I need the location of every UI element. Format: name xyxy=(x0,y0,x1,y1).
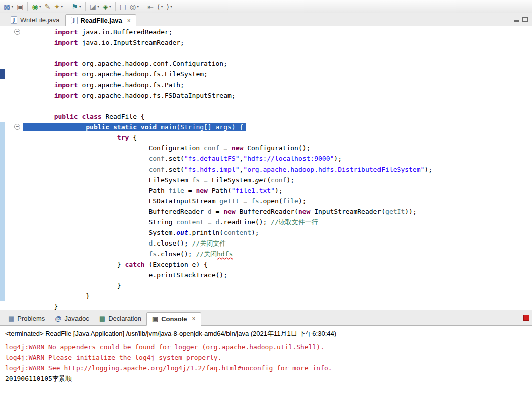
new-java-project-button[interactable]: ◪▾ xyxy=(88,1,101,12)
code-line[interactable]: } xyxy=(0,301,532,310)
code-line-text[interactable]: import org.apache.hadoop.fs.Path; xyxy=(23,79,532,90)
code-line[interactable] xyxy=(0,48,532,58)
dropdown-arrow-icon[interactable]: ▾ xyxy=(109,4,111,9)
code-line-text[interactable]: FSDataInputStream getIt = fs.open(file); xyxy=(23,196,532,206)
code-line[interactable]: Path file = new Path("file1.txt"); xyxy=(0,185,532,196)
view-tab-console[interactable]: ▣Console× xyxy=(146,312,201,326)
code-line[interactable]: conf.set("fs.hdfs.impl","org.apache.hado… xyxy=(0,164,532,175)
dropdown-arrow-icon[interactable]: ▾ xyxy=(11,4,13,9)
dropdown-arrow-icon[interactable]: ▾ xyxy=(97,4,99,9)
code-line-text[interactable]: Path file = new Path("file1.txt"); xyxy=(23,185,532,196)
code-line[interactable]: d.close(); //关闭文件 xyxy=(0,238,532,249)
code-line-text[interactable] xyxy=(23,48,532,58)
code-line[interactable]: import java.io.InputStreamReader; xyxy=(0,37,532,48)
collapse-icon[interactable]: − xyxy=(14,124,20,130)
editor-tab-label: WriteFile.java xyxy=(20,16,60,24)
code-line[interactable]: BufferedReader d = new BufferedReader(ne… xyxy=(0,206,532,217)
code-line-text[interactable]: BufferedReader d = new BufferedReader(ne… xyxy=(23,206,532,217)
code-line-text[interactable]: import org.apache.hadoop.fs.FSDataInputS… xyxy=(23,90,532,101)
close-view-icon[interactable]: × xyxy=(192,315,196,322)
fold-ruler-cell xyxy=(6,153,23,164)
code-line-text[interactable]: try { xyxy=(23,132,532,143)
code-line-text[interactable]: } xyxy=(23,280,532,291)
code-line-text[interactable]: import java.io.InputStreamReader; xyxy=(23,37,532,48)
last-edit-location-button[interactable]: ⇤ xyxy=(146,1,155,12)
code-line[interactable]: − public static void main(String[] args)… xyxy=(0,122,532,132)
code-line[interactable]: Configuration conf = new Configuration()… xyxy=(0,143,532,153)
code-line-text[interactable]: import org.apache.hadoop.fs.FileSystem; xyxy=(23,69,532,79)
collapse-icon[interactable]: − xyxy=(14,29,20,35)
dropdown-arrow-icon[interactable]: ▾ xyxy=(61,4,63,9)
terminate-button[interactable] xyxy=(523,315,529,321)
dropdown-arrow-icon[interactable]: ▾ xyxy=(39,4,41,9)
code-line[interactable]: } xyxy=(0,280,532,291)
view-tab-declaration[interactable]: ▤Declaration xyxy=(94,312,146,325)
code-line-text[interactable]: } catch (Exception e) { xyxy=(23,259,532,270)
format-paint-button[interactable]: ✎ xyxy=(43,1,52,12)
code-line[interactable]: fs.close(); //关闭hdfs xyxy=(0,249,532,259)
annotation-ruler-cell xyxy=(0,111,5,122)
back-button[interactable]: ⟨▾ xyxy=(156,1,164,12)
editor-tab-readfile[interactable]: JReadFile.java× xyxy=(65,14,136,26)
code-line-text[interactable]: conf.set("fs.hdfs.impl","org.apache.hado… xyxy=(23,164,532,175)
new-class-button[interactable]: ◈▾ xyxy=(101,1,113,12)
code-line-text[interactable]: fs.close(); //关闭hdfs xyxy=(23,249,532,259)
code-line[interactable]: try { xyxy=(0,132,532,143)
code-line-text[interactable]: import org.apache.hadoop.conf.Configurat… xyxy=(23,58,532,69)
code-line-text[interactable]: public class ReadFile { xyxy=(23,111,532,122)
minimize-icon[interactable] xyxy=(514,20,519,22)
editor-tab-writefile[interactable]: JWriteFile.java xyxy=(5,14,65,26)
code-line[interactable]: System.out.println(content); xyxy=(0,227,532,238)
save-icon: ▣ xyxy=(17,3,23,10)
debug-flag-button[interactable]: ⚑▾ xyxy=(70,1,83,12)
dropdown-arrow-icon[interactable]: ▾ xyxy=(161,4,163,9)
code-line-text[interactable]: } xyxy=(23,301,532,310)
coverage-button[interactable]: ◎▾ xyxy=(128,1,140,12)
code-line[interactable]: String content = d.readLine(); //读取文件一行 xyxy=(0,217,532,227)
code-line-text[interactable]: import java.io.BufferedReader; xyxy=(23,27,532,37)
code-line-text[interactable]: d.close(); //关闭文件 xyxy=(23,238,532,249)
selected-text[interactable]: public static void main(String[] args) { xyxy=(23,123,246,131)
toolbar-separator xyxy=(67,2,67,11)
code-line[interactable]: FSDataInputStream getIt = fs.open(file); xyxy=(0,196,532,206)
code-line[interactable]: FileSystem fs = FileSystem.get(conf); xyxy=(0,175,532,185)
code-line-text[interactable]: String content = d.readLine(); //读取文件一行 xyxy=(23,217,532,227)
close-tab-icon[interactable]: × xyxy=(127,17,131,24)
console-output[interactable]: log4j:WARN No appenders could be found f… xyxy=(5,342,527,384)
code-line[interactable]: conf.set("fs.defaultFS","hdfs://localhos… xyxy=(0,153,532,164)
code-line[interactable]: import org.apache.hadoop.conf.Configurat… xyxy=(0,58,532,69)
code-line-text[interactable]: conf.set("fs.defaultFS","hdfs://localhos… xyxy=(23,153,532,164)
maximize-icon[interactable] xyxy=(522,17,528,22)
code-line-text[interactable]: } xyxy=(23,291,532,301)
new-wizard-button[interactable]: ▩▾ xyxy=(2,1,15,12)
dropdown-arrow-icon[interactable]: ▾ xyxy=(170,4,172,9)
code-line-text[interactable] xyxy=(23,101,532,111)
open-type-button[interactable]: ▢ xyxy=(118,1,128,12)
dropdown-arrow-icon[interactable]: ▾ xyxy=(137,4,139,9)
run-history-button[interactable]: ◉▾ xyxy=(30,1,42,12)
code-line[interactable]: import org.apache.hadoop.fs.FSDataInputS… xyxy=(0,90,532,101)
toolbar-separator xyxy=(27,2,28,11)
code-line[interactable]: e.printStackTrace(); xyxy=(0,270,532,280)
code-line[interactable]: import org.apache.hadoop.fs.FileSystem; xyxy=(0,69,532,79)
save-button[interactable]: ▣ xyxy=(15,1,25,12)
code-line[interactable] xyxy=(0,101,532,111)
fold-ruler-cell xyxy=(6,249,23,259)
code-line-text[interactable]: e.printStackTrace(); xyxy=(23,270,532,280)
code-line-text[interactable]: FileSystem fs = FileSystem.get(conf); xyxy=(23,175,532,185)
code-area[interactable]: − import java.io.BufferedReader; import … xyxy=(0,26,532,310)
dropdown-arrow-icon[interactable]: ▾ xyxy=(79,4,81,9)
code-line-text[interactable]: Configuration conf = new Configuration()… xyxy=(23,143,532,153)
external-tools-button[interactable]: ✦▾ xyxy=(52,1,64,12)
view-tab-problems[interactable]: ▦Problems xyxy=(3,312,50,325)
java-file-icon: J xyxy=(11,16,17,24)
code-line[interactable]: public class ReadFile { xyxy=(0,111,532,122)
code-line[interactable]: } xyxy=(0,291,532,301)
code-line[interactable]: } catch (Exception e) { xyxy=(0,259,532,270)
code-line-text[interactable]: public static void main(String[] args) { xyxy=(23,122,532,132)
view-tab-javadoc[interactable]: @Javadoc xyxy=(50,312,94,325)
forward-button[interactable]: ⟩▾ xyxy=(165,1,174,12)
code-line[interactable]: − import java.io.BufferedReader; xyxy=(0,27,532,37)
code-line-text[interactable]: System.out.println(content); xyxy=(23,227,532,238)
code-line[interactable]: import org.apache.hadoop.fs.Path; xyxy=(0,79,532,90)
